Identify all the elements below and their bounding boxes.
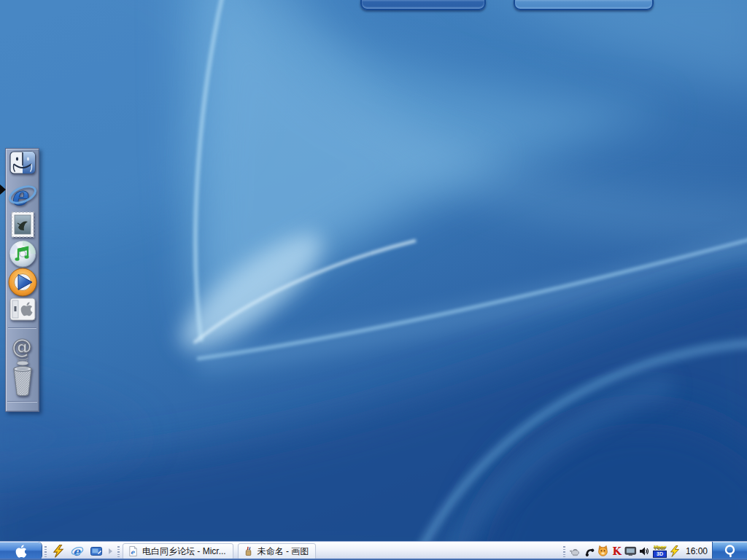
task-label: 未命名 - 画图 [258, 545, 309, 558]
tray-volume[interactable] [638, 545, 651, 557]
tray-pet[interactable] [597, 545, 609, 557]
task-button-paint[interactable]: 未命名 - 画图 [238, 543, 317, 560]
search-button[interactable] [712, 542, 747, 560]
dock-item-windows-media-player[interactable] [7, 267, 38, 300]
internet-explorer-icon: e [8, 181, 37, 211]
year-3d-badge-icon: Year [654, 545, 666, 551]
quick-launch-toolbar: e [42, 542, 122, 560]
paint-cup-icon [243, 545, 254, 557]
dock-item-apple-system[interactable] [9, 298, 36, 324]
toolbar-drag-handle[interactable] [563, 546, 565, 559]
dock-item-stamp-photo[interactable] [10, 211, 35, 241]
svg-text:e: e [73, 545, 81, 558]
magnifier-icon [723, 544, 738, 559]
partial-aqua-button-left[interactable] [360, 0, 486, 10]
chevron-right-icon[interactable] [109, 548, 112, 554]
teapot-icon [569, 545, 581, 557]
show-desktop-icon [90, 545, 103, 558]
task-button-area: e 电白同乡论坛 - Micr... 未命名 - 画图 [123, 542, 316, 560]
ie-document-icon: e [128, 545, 139, 557]
orange-pet-icon [597, 545, 609, 557]
partial-aqua-button-right[interactable] [514, 0, 654, 10]
apple-logo-icon [15, 544, 27, 559]
tray-antivirus-k[interactable]: K [611, 545, 623, 557]
system-tray: K Year 3D [561, 542, 712, 560]
dock-item-finder[interactable] [9, 151, 36, 177]
red-k-icon: K [612, 546, 621, 556]
at-spring-icon: @ [9, 334, 36, 366]
quick-launch-winamp[interactable] [51, 544, 66, 559]
task-label: 电白同乡论坛 - Micr... [142, 545, 226, 558]
task-button-forum[interactable]: e 电白同乡论坛 - Micr... [123, 543, 233, 560]
taskbar: e e 电白同乡论坛 - Micr. [0, 541, 747, 560]
internet-explorer-icon: e [71, 545, 84, 558]
toolbar-drag-handle[interactable] [117, 546, 120, 559]
quick-launch-internet-explorer[interactable]: e [70, 544, 85, 559]
running-indicator-arrow-icon [0, 184, 6, 195]
media-player-play-icon [7, 267, 38, 298]
dock-item-internet-explorer[interactable]: e [8, 181, 37, 214]
quick-launch-show-desktop[interactable] [89, 544, 104, 559]
tray-year-3d[interactable]: Year 3D [652, 545, 667, 557]
lightning-bolt-icon [52, 545, 65, 558]
stamp-photo-icon [10, 211, 35, 238]
dock-resize-groove[interactable] [7, 401, 37, 402]
apple-box-icon [9, 298, 36, 321]
toolbar-drag-handle[interactable] [44, 546, 47, 559]
tray-winamp-agent[interactable] [669, 545, 681, 557]
svg-text:@: @ [12, 335, 32, 359]
monitor-icon [624, 545, 637, 557]
dock-separator [8, 327, 36, 329]
tray-display[interactable] [624, 545, 637, 557]
lightning-bolt-icon [669, 545, 681, 557]
svg-text:e: e [131, 548, 135, 556]
trash-basket-icon [9, 363, 36, 398]
finder-icon [9, 151, 36, 174]
tray-phone[interactable] [583, 545, 595, 557]
tray-input-method[interactable] [569, 545, 581, 557]
dock-item-trash[interactable] [9, 363, 36, 401]
desktop: e [0, 0, 747, 560]
dock-panel: e [5, 148, 39, 412]
itunes-cd-note-icon [8, 239, 37, 268]
svg-text:e: e [11, 181, 29, 211]
start-button[interactable] [0, 542, 42, 560]
speaker-icon [638, 545, 650, 557]
phone-handset-icon [583, 545, 595, 557]
taskbar-clock[interactable]: 16:00 [683, 546, 712, 556]
aqua-wallpaper [0, 0, 747, 560]
